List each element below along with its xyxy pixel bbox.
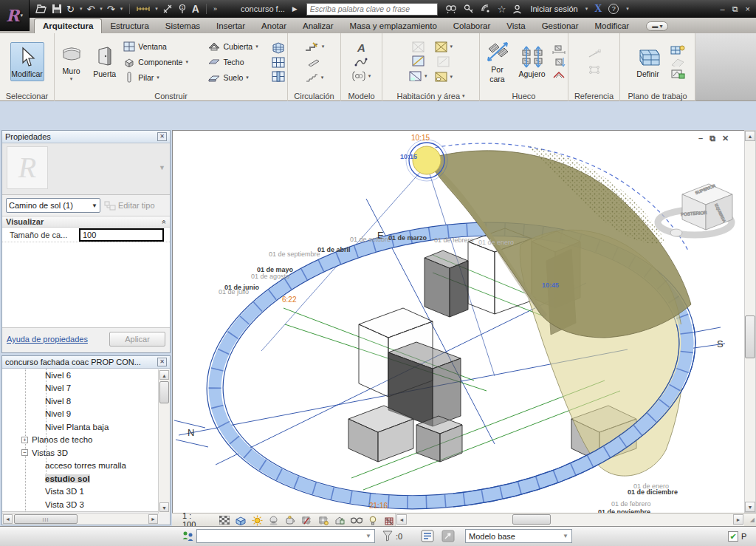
area-tag-button[interactable]: ▾ [435,70,453,83]
column-button[interactable]: Pilar ▾ [123,71,204,84]
detail-level-icon[interactable] [219,515,230,526]
roof-button[interactable]: Cubierta ▾ [208,40,267,53]
tree-item[interactable]: Nivel 9 [2,408,170,421]
chevron-down-icon[interactable]: ▼ [563,533,568,539]
model-group-button[interactable]: ▾ [352,69,371,83]
temporary-hide-isolate-icon[interactable] [351,515,362,526]
favorites-star-icon[interactable]: ☆ [498,4,506,14]
chevron-down-icon[interactable]: ▾ [185,59,188,65]
chevron-down-icon[interactable]: ▾ [626,6,629,12]
search-icon[interactable] [445,4,457,14]
analytical-model-icon[interactable] [384,515,395,526]
chevron-down-icon[interactable]: ▾ [450,74,453,80]
subscription-key-icon[interactable] [464,4,474,14]
floor-button[interactable]: Suelo ▾ [208,71,267,84]
chevron-down-icon[interactable]: ▾ [368,73,371,79]
show-workplane-icon[interactable] [670,44,685,55]
editable-only-icon[interactable] [421,530,434,544]
qat-expand-icon[interactable]: » [213,6,217,13]
minimize-button[interactable]: – [721,4,725,13]
chevron-down-icon[interactable]: ▾ [450,44,453,50]
tree-item[interactable]: Vista 3D 3 [2,498,170,511]
close-icon[interactable]: ✕ [157,132,167,141]
area-button[interactable]: ▾ [409,69,427,83]
crop-view-icon[interactable] [301,515,312,526]
chevron-down-icon[interactable]: ▾ [155,6,158,12]
shaft-button[interactable]: Agujero [515,42,549,81]
chevron-down-icon[interactable]: ▾ [70,76,73,82]
tree-item[interactable]: acceso torres muralla [2,460,170,473]
opening-by-face-button[interactable]: Por cara [483,38,512,85]
text-icon[interactable]: A [192,4,199,14]
edit-type-button[interactable]: Editar tipo [104,201,155,211]
design-option-selector[interactable]: Modelo base▼ [465,529,572,543]
sync-central-icon[interactable]: ↻ [66,4,75,14]
filter-icon[interactable] [382,530,393,543]
room-tag-button[interactable]: ▾ [435,40,453,53]
tab-arquitectura[interactable]: Arquitectura [34,18,102,33]
component-button[interactable]: Componente ▾ [123,55,204,69]
chevron-down-icon[interactable]: ▾ [120,6,123,12]
resize-grip[interactable]: ◢ [744,513,756,526]
vertical-opening-icon[interactable] [552,57,566,67]
tree-item[interactable]: Vista 3D 1 [2,485,170,499]
tab-anotar[interactable]: Anotar [253,19,295,33]
measure-icon[interactable] [137,5,150,13]
tag-icon[interactable]: 1 [177,4,188,14]
close-button[interactable]: × [746,4,750,13]
tree-item[interactable]: estudio sol [2,472,170,485]
chevron-down-icon[interactable]: ▾ [322,44,325,50]
undo-icon[interactable]: ↶ [86,4,94,14]
type-selector[interactable]: Camino de sol (1) ▼ [6,198,100,213]
tab-insertar[interactable]: Insertar [208,19,253,33]
reveal-hidden-elements-icon[interactable] [368,515,379,526]
mullion-icon[interactable] [272,71,285,82]
drawing-hscrollbar[interactable]: ◄ ► [395,513,744,526]
browser-title-bar[interactable]: concurso fachada coac PROP CON... ✕ [2,356,170,369]
drawing-area[interactable]: SUPERIOR POSTERIOR IZQUIERDA ENS10:1510:… [172,130,744,513]
tab-gestionar[interactable]: Gestionar [534,19,587,33]
chevron-down-icon[interactable]: ▾ [425,73,427,79]
redo-icon[interactable]: ↷ [107,4,115,14]
signin-button[interactable]: Iniciar sesión [530,4,577,13]
tree-item[interactable]: Nivel 6 [2,369,170,382]
browser-vscrollbar[interactable]: ▲ ▼ [158,369,170,513]
signin-user-icon[interactable] [512,4,522,14]
parameter-value-field[interactable]: 100 [79,228,164,242]
view-restore-button[interactable]: ⧉ [709,134,715,143]
collapse-section-icon[interactable]: » [160,219,168,224]
chevron-down-icon[interactable]: ▾ [246,75,249,81]
ribbon-state-toggle[interactable]: ▬ ▾ [646,21,668,31]
ceiling-button[interactable]: Techo [208,55,267,69]
wall-opening-icon[interactable] [552,44,566,55]
model-text-icon[interactable]: A [357,41,365,54]
chevron-down-icon[interactable]: ▾ [585,6,588,12]
expand-icon[interactable]: + [21,437,28,443]
room-separator-icon[interactable] [412,55,425,66]
visual-style-icon[interactable] [235,515,246,526]
browser-hscrollbar[interactable]: ◄ III ► [2,513,159,525]
tab-sistemas[interactable]: Sistemas [157,19,208,33]
search-input[interactable] [306,3,438,16]
sun-path-3d-view[interactable]: SUPERIOR POSTERIOR IZQUIERDA [173,131,744,513]
sun-path-icon[interactable] [251,515,262,526]
collapse-icon[interactable]: − [21,449,28,456]
wall-button[interactable]: Muro ▾ [57,39,86,83]
railing-button[interactable]: ▾ [304,40,325,53]
workplane-viewer-icon[interactable] [670,69,685,79]
lock-3d-view-icon[interactable] [334,515,345,526]
window-button[interactable]: Ventana [123,40,204,53]
worksets-icon[interactable] [182,530,195,545]
help-icon[interactable]: ? [608,4,619,14]
chevron-down-icon[interactable]: ▾ [100,6,103,12]
properties-title-bar[interactable]: Propiedades ✕ [2,131,170,143]
tab-colaborar[interactable]: Colaborar [445,19,499,33]
tree-item[interactable]: Nivel 7 [2,382,170,395]
show-crop-region-icon[interactable] [317,515,329,526]
set-workplane-button[interactable]: Definir [630,42,666,81]
exchange-apps-icon[interactable]: X [594,3,602,15]
application-menu-button[interactable]: R▾ [0,0,30,31]
door-button[interactable]: Puerta [90,42,119,81]
drawing-vscrollbar[interactable]: ▲ ▼ [744,130,756,513]
modify-button[interactable]: Modificar [10,42,44,81]
